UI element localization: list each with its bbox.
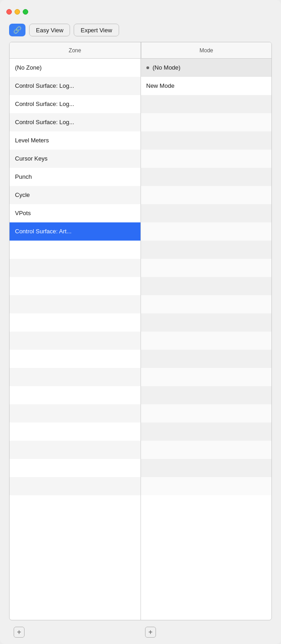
mode-item-empty[interactable] [141,313,272,332]
panels-container: Zone (No Zone) Control Surface: Log... C… [9,42,272,620]
mode-item-empty[interactable] [141,222,272,241]
mode-panel-header: Mode [141,42,272,59]
footer: + + [0,620,281,644]
mode-item-no-mode[interactable]: (No Mode) [141,59,272,77]
list-item-empty[interactable] [10,441,140,459]
link-button[interactable]: 🔗 [9,24,25,36]
expert-view-button[interactable]: Expert View [74,24,119,36]
zone-list[interactable]: (No Zone) Control Surface: Log... Contro… [10,59,140,620]
list-item-empty[interactable] [10,241,140,259]
list-item-empty[interactable] [10,477,140,495]
list-item-cursor-keys[interactable]: Cursor Keys [10,150,140,168]
mode-item-empty[interactable] [141,423,272,441]
footer-zone-section: + [9,627,140,638]
toolbar: 🔗 Easy View Expert View [0,24,281,42]
add-mode-button[interactable]: + [145,627,156,638]
list-item-empty[interactable] [10,313,140,332]
mode-item-empty[interactable] [141,295,272,313]
mode-item-new-mode[interactable]: New Mode [141,77,272,95]
list-item[interactable]: Control Surface: Log... [10,95,140,113]
list-item-empty[interactable] [10,459,140,477]
maximize-button[interactable] [23,9,28,15]
mode-panel: Mode (No Mode) New Mode [141,42,272,620]
list-item-empty[interactable] [10,350,140,368]
mode-item-empty[interactable] [141,332,272,350]
mode-item-empty[interactable] [141,477,272,495]
mode-item-empty[interactable] [141,204,272,222]
mode-item-empty[interactable] [141,259,272,277]
list-item[interactable]: Control Surface: Log... [10,77,140,95]
list-item[interactable]: Control Surface: Log... [10,113,140,131]
footer-mode-section: + [140,627,272,638]
list-item-empty[interactable] [10,259,140,277]
mode-item-empty[interactable] [141,277,272,295]
list-item-empty[interactable] [10,423,140,441]
list-item-empty[interactable] [10,368,140,386]
easy-view-button[interactable]: Easy View [29,24,70,36]
list-item[interactable]: Level Meters [10,131,140,150]
footer-inner: + + [9,627,272,638]
mode-item-empty[interactable] [141,168,272,186]
main-content: Zone (No Zone) Control Surface: Log... C… [0,42,281,620]
list-item-empty[interactable] [10,277,140,295]
zone-panel: Zone (No Zone) Control Surface: Log... C… [10,42,141,620]
list-item-cycle[interactable]: Cycle [10,186,140,204]
close-button[interactable] [6,9,12,15]
dot-indicator [146,66,149,69]
list-item-control-surface-art[interactable]: Control Surface: Art... [10,222,140,241]
mode-item-empty[interactable] [141,186,272,204]
list-item-empty[interactable] [10,404,140,423]
link-icon: 🔗 [13,26,22,34]
mode-item-empty[interactable] [141,459,272,477]
main-window: 🔗 Easy View Expert View Zone (No Zone) C… [0,0,281,644]
mode-item-empty[interactable] [141,368,272,386]
minimize-button[interactable] [15,9,20,15]
mode-item-empty[interactable] [141,404,272,423]
mode-item-empty[interactable] [141,150,272,168]
traffic-lights [6,9,28,15]
list-item-empty[interactable] [10,332,140,350]
list-item[interactable]: (No Zone) [10,59,140,77]
mode-item-empty[interactable] [141,131,272,150]
mode-list[interactable]: (No Mode) New Mode [141,59,272,620]
list-item-empty[interactable] [10,386,140,404]
mode-item-empty[interactable] [141,386,272,404]
mode-item-empty[interactable] [141,241,272,259]
title-bar [0,0,281,24]
list-item-empty[interactable] [10,295,140,313]
list-item-punch[interactable]: Punch [10,168,140,186]
mode-item-empty[interactable] [141,113,272,131]
add-zone-button[interactable]: + [14,627,25,638]
mode-item-empty[interactable] [141,350,272,368]
mode-item-empty[interactable] [141,441,272,459]
mode-item-empty[interactable] [141,95,272,113]
list-item-vpots[interactable]: VPots [10,204,140,222]
zone-panel-header: Zone [10,42,140,59]
